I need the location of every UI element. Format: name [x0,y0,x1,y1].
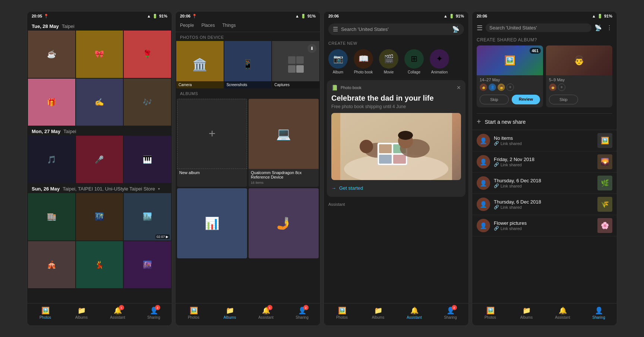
assistant-more-row: Assistant [324,200,468,209]
nav-assistant-1[interactable]: 🔔1 Assistant [100,306,136,324]
add-avatar-1[interactable]: + [506,84,514,91]
albums-scroll[interactable]: PHOTOS ON DEVICE 🏛️ Camera 📱 Screenshots [176,32,320,303]
sharing-badge-2: 2 [303,305,309,310]
share-info-5: Flower pictures 🔗 Link shared [494,220,594,231]
photo-cell-3-6[interactable]: 🌆 [124,241,171,289]
photo-cell-2-2[interactable]: 🎤 [76,136,123,183]
album-extra-2[interactable]: 🤳 [249,188,319,258]
photobook-circle-label: Photo book [354,70,373,74]
tab-people[interactable]: People [180,23,194,30]
photo-cell-1-2[interactable]: 🎀 [76,31,123,78]
create-movie[interactable]: 🎬 Movie [379,49,398,74]
close-button[interactable]: ✕ [457,85,461,91]
photo-cell-1-4[interactable]: 🎁 [28,79,75,126]
assistant-scroll[interactable]: CREATE NEW 📷 Album 📖 Photo book 🎬 Mov [324,38,468,303]
share-thumb-2: 🌄 [597,154,612,169]
extra-1-thumb[interactable]: 📊 [177,188,247,258]
album-camera[interactable]: 🏛️ Camera [176,41,224,88]
album-extra-1[interactable]: 📊 [177,188,247,258]
review-button-1[interactable]: Review [512,95,540,104]
album-captures[interactable]: ⬇ Captures [272,41,319,88]
get-started-button[interactable]: → Get started [331,184,461,192]
nav-albums-2[interactable]: 📁 Albums [212,306,248,324]
search-text-3: Search 'United States' [341,26,449,32]
nav-albums-1[interactable]: 📁 Albums [63,306,100,324]
create-album[interactable]: 📷 Album [328,49,348,74]
get-started-label: Get started [339,185,363,191]
nav-assistant-4[interactable]: 🔔 Assistant [544,306,581,324]
start-share-button[interactable]: + Start a new share [472,114,617,130]
nav-albums-3[interactable]: 📁 Albums [360,306,396,324]
nav-sharing-2[interactable]: 👤2 Sharing [284,306,320,324]
shared-albums-row: 🖼️ 461 14–27 May 🧑 👤 👨 + [477,45,612,107]
bottom-nav-1: 🖼️ Photos 📁 Albums 🔔1 Assistant 👤2 Shari… [27,303,172,325]
tab-things[interactable]: Things [222,23,236,30]
photo-cell-1-3[interactable]: 🌹 [124,31,171,78]
photo-cell-2-1[interactable]: 🎵 [28,136,75,183]
new-album-thumb[interactable]: + [177,99,247,169]
album-screenshots[interactable]: 📱 Screenshots [224,41,272,88]
nav-sharing-4[interactable]: 👤 Sharing [581,306,617,324]
tab-places[interactable]: Places [201,23,215,30]
albums-label-3: Albums [372,315,384,319]
photo-cell-1-6[interactable]: 🎶 [124,79,171,126]
search-bar-3[interactable]: ☰ Search 'United States' 📡 [328,23,464,35]
svg-rect-8 [393,155,406,164]
qualcomm-thumb[interactable]: 💻 [249,99,319,169]
skip-button-1[interactable]: Skip [480,95,509,104]
menu-icon-3[interactable]: ☰ [333,26,338,33]
bottom-nav-3: 🖼️ Photos 📁 Albums 🔔 Assistant 👤2 Sharin… [324,303,468,325]
battery-icon-4: 🔋 [597,14,603,19]
status-right-1: ▲ 🔋 91% [147,14,167,19]
extra-2-thumb[interactable]: 🤳 [249,188,319,258]
animation-circle-label: Animation [431,70,448,74]
shared-album-card-2[interactable]: 👨 5–9 May 👨 + Skip . [546,45,612,107]
nav-photos-4[interactable]: 🖼️ Photos [472,306,508,324]
share-item-5[interactable]: 👤 Flower pictures 🔗 Link shared 🌸 [472,215,617,236]
cast-icon-3[interactable]: 📡 [452,26,460,33]
notif-main-title: Celebrate the dad in your life [331,94,461,103]
shared-dates-2: 5–9 May [549,78,609,82]
add-avatar-2[interactable]: + [558,84,565,91]
create-collage[interactable]: ⊞ Collage [404,49,424,74]
share-item-1[interactable]: 👤 No items 🔗 Link shared 🖼️ [472,130,617,151]
menu-icon-4[interactable]: ☰ [477,24,483,32]
share-item-4[interactable]: 👤 Thursday, 6 Dec 2018 🔗 Link shared 🌾 [472,194,617,215]
shared-album-card-1[interactable]: 🖼️ 461 14–27 May 🧑 👤 👨 + [477,45,543,107]
nav-sharing-1[interactable]: 👤2 Sharing [136,306,172,324]
assistant-icon-4: 🔔 [559,306,567,315]
skip-button-2[interactable]: Skip [549,95,578,104]
create-photobook[interactable]: 📖 Photo book [354,49,373,74]
nav-assistant-3[interactable]: 🔔 Assistant [396,306,432,324]
photo-cell-2-3[interactable]: 🎹 [124,136,171,183]
nav-photos-1[interactable]: 🖼️ Photos [27,306,63,324]
photo-cell-3-3[interactable]: 🏙️ 02:07 ▶ [124,193,171,240]
notif-header: 📗 Photo book ✕ [331,85,461,91]
nav-sharing-3[interactable]: 👤2 Sharing [432,306,468,324]
share-item-2[interactable]: 👤 Friday, 2 Nov 2018 🔗 Link shared 🌄 [472,151,617,173]
nav-photos-3[interactable]: 🖼️ Photos [324,306,360,324]
photo-cell-1-5[interactable]: ✍️ [76,79,123,126]
mini-avatar-1-2: 👤 [489,84,496,91]
album-new[interactable]: + New album [177,99,247,187]
nav-assistant-2[interactable]: 🔔1 Assistant [248,306,284,324]
nav-albums-4[interactable]: 📁 Albums [508,306,544,324]
photos-scroll[interactable]: Tue, 28 May Taipei ☕ 🎀 🌹 🎁 ✍️ 🎶 Mon, 27 … [27,21,172,303]
assistant-row-label: Assistant [328,202,345,207]
photo-cell-1-1[interactable]: ☕ [28,31,75,78]
share-item-3[interactable]: 👤 Thursday, 6 Dec 2018 🔗 Link shared 🌿 [472,173,617,194]
cast-icon-4[interactable]: 📡 [594,24,602,31]
nav-photos-2[interactable]: 🖼️ Photos [176,306,212,324]
search-bar-4[interactable]: Search 'United States' [486,23,591,32]
photo-cell-3-1[interactable]: 🏬 [28,193,75,240]
sharing-scroll[interactable]: CREATE SHARED ALBUM? 🖼️ 461 14–27 May [472,35,617,303]
date-sun: Sun, 26 May [32,186,60,192]
photo-cell-3-5[interactable]: 💃 [76,241,123,289]
photo-cell-3-4[interactable]: 🎪 [28,241,75,289]
link-icon-2: 🔗 [494,162,499,167]
photo-cell-3-2[interactable]: 🌃 [76,193,123,240]
create-animation[interactable]: ✦ Animation [430,49,449,74]
album-qualcomm[interactable]: 💻 Qualcomm Snapdragon 8cx Reference Devi… [249,99,319,187]
notif-image [331,113,461,180]
more-icon-4[interactable]: ⋮ [606,24,612,31]
